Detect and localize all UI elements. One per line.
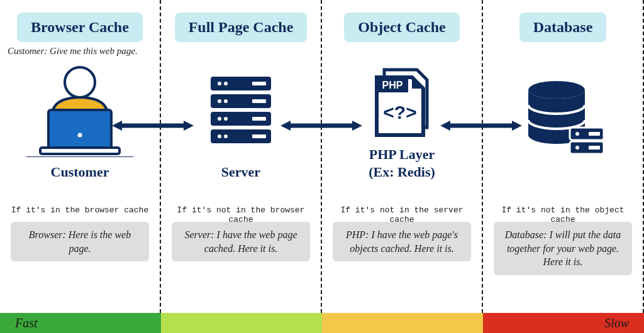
svg-rect-3 <box>40 148 119 154</box>
response-database: Database: I will put the data together f… <box>494 222 632 275</box>
header-object-cache: Object Cache <box>344 13 459 42</box>
response-server: Server: I have the web page cached. Here… <box>172 222 310 261</box>
svg-point-14 <box>218 117 221 121</box>
svg-point-11 <box>218 99 221 103</box>
header-database: Database <box>519 13 607 42</box>
svg-marker-33 <box>280 121 291 131</box>
customer-label: Customer <box>51 163 109 181</box>
header-full-page-cache: Full Page Cache <box>175 13 308 42</box>
column-object-cache: Object Cache PHP <?> PHP Layer (Ex: Redi… <box>322 0 483 313</box>
svg-rect-28 <box>589 146 600 150</box>
condition-database: If it's not in the object cache <box>488 205 638 217</box>
svg-point-15 <box>224 117 228 121</box>
speed-seg-3 <box>322 313 483 333</box>
column-database: Database <box>483 0 644 313</box>
php-badge-text: PHP <box>382 80 403 90</box>
svg-point-2 <box>78 133 82 138</box>
svg-point-17 <box>218 134 221 138</box>
svg-marker-37 <box>512 121 522 131</box>
svg-point-25 <box>575 132 579 136</box>
arrow-php-database <box>440 119 522 127</box>
arrow-server-php <box>280 119 362 127</box>
database-icon <box>516 79 610 160</box>
customer-icon <box>26 61 133 155</box>
svg-text:<?>: <?> <box>383 102 416 123</box>
svg-rect-16 <box>252 117 266 121</box>
svg-rect-10 <box>252 82 266 85</box>
svg-point-9 <box>224 82 228 85</box>
speed-seg-2 <box>161 313 322 333</box>
speed-slow: Slow <box>483 313 644 333</box>
svg-marker-30 <box>112 121 122 131</box>
php-label: PHP Layer (Ex: Redis) <box>369 146 435 180</box>
response-php: PHP: I have the web page's objects cache… <box>333 222 471 261</box>
svg-point-8 <box>218 82 221 85</box>
svg-point-27 <box>575 146 579 150</box>
svg-rect-19 <box>252 134 266 138</box>
svg-marker-36 <box>440 121 450 131</box>
condition-php: If it's not in the server cache <box>327 205 477 217</box>
column-browser-cache: Browser Cache Customer: Give me this web… <box>0 0 161 313</box>
server-stack-icon <box>203 73 279 148</box>
svg-marker-34 <box>352 121 362 131</box>
cache-flow-diagram: Browser Cache Customer: Give me this web… <box>0 0 644 333</box>
customer-underline <box>26 156 133 157</box>
svg-point-18 <box>224 134 228 138</box>
header-browser-cache: Browser Cache <box>17 13 143 42</box>
customer-request-text: Customer: Give me this web page. <box>8 46 138 58</box>
svg-rect-1 <box>48 110 111 149</box>
php-file-icon: PHP <?> <box>364 65 440 140</box>
server-label: Server <box>221 163 260 181</box>
svg-point-22 <box>528 81 585 99</box>
speed-fast: Fast <box>0 313 161 333</box>
condition-browser: If it's in the browser cache <box>11 205 148 217</box>
column-full-page-cache: Full Page Cache <box>161 0 322 313</box>
svg-point-12 <box>224 99 228 103</box>
condition-server: If it's not in the browser cache <box>166 205 316 217</box>
svg-point-0 <box>65 67 95 97</box>
svg-rect-26 <box>589 132 600 136</box>
speed-bar: Fast Slow <box>0 313 644 333</box>
arrow-customer-server <box>112 119 194 127</box>
svg-rect-13 <box>252 99 266 103</box>
response-browser: Browser: Here is the web page. <box>11 222 149 261</box>
svg-marker-31 <box>184 121 194 131</box>
